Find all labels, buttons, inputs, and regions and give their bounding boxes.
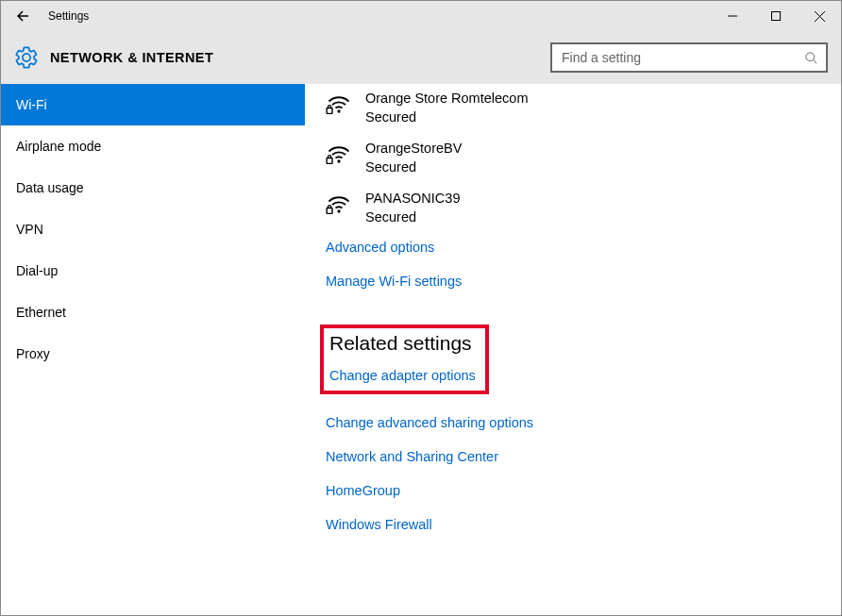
search-placeholder: Find a setting: [562, 50, 641, 65]
svg-rect-9: [327, 158, 332, 164]
wifi-network[interactable]: OrangeStoreBV Secured: [326, 140, 841, 176]
svg-rect-1: [772, 12, 781, 21]
content: Orange Store Romtelecom Secured OrangeSt…: [305, 84, 841, 615]
svg-point-6: [337, 109, 340, 112]
wifi-status: Secured: [365, 158, 462, 177]
link-network-sharing-center[interactable]: Network and Sharing Center: [326, 449, 498, 464]
close-button[interactable]: [798, 1, 841, 31]
header-left: NETWORK & INTERNET: [14, 45, 213, 70]
sidebar-item-label: Airplane mode: [16, 139, 101, 154]
link-manage-wifi-settings[interactable]: Manage Wi-Fi settings: [326, 274, 462, 289]
sidebar: Wi-Fi Airplane mode Data usage VPN Dial-…: [1, 84, 305, 615]
link-windows-firewall[interactable]: Windows Firewall: [326, 517, 432, 532]
sidebar-item-label: Wi-Fi: [16, 97, 47, 112]
related-settings-heading: Related settings: [329, 332, 476, 355]
sidebar-item-proxy[interactable]: Proxy: [1, 333, 305, 375]
maximize-button[interactable]: [754, 1, 798, 31]
maximize-icon: [771, 11, 781, 21]
svg-rect-11: [327, 208, 332, 214]
wifi-secured-icon: [326, 92, 352, 118]
svg-point-4: [806, 52, 815, 60]
link-change-adapter-options[interactable]: Change adapter options: [329, 368, 476, 383]
related-links: Change advanced sharing options Network …: [326, 415, 841, 551]
link-homegroup[interactable]: HomeGroup: [326, 483, 400, 498]
link-advanced-options[interactable]: Advanced options: [326, 240, 434, 255]
wifi-info: OrangeStoreBV Secured: [365, 140, 462, 176]
titlebar: Settings: [1, 1, 841, 31]
window-controls: [711, 1, 841, 31]
wifi-name: OrangeStoreBV: [365, 140, 462, 158]
sidebar-item-label: Proxy: [16, 346, 50, 361]
link-change-advanced-sharing[interactable]: Change advanced sharing options: [326, 415, 533, 430]
wifi-secured-icon: [326, 142, 352, 168]
search-input[interactable]: Find a setting: [550, 42, 828, 73]
sidebar-item-label: VPN: [16, 222, 43, 237]
svg-point-10: [337, 210, 340, 213]
minimize-button[interactable]: [711, 1, 754, 31]
wifi-status: Secured: [365, 108, 528, 127]
sidebar-item-label: Data usage: [16, 180, 84, 195]
window-title: Settings: [44, 9, 89, 23]
sidebar-item-dial-up[interactable]: Dial-up: [1, 250, 305, 291]
svg-point-8: [337, 159, 340, 162]
header: NETWORK & INTERNET Find a setting: [1, 31, 841, 84]
back-arrow-icon: [14, 8, 31, 25]
sidebar-item-vpn[interactable]: VPN: [1, 208, 305, 250]
gear-icon: [14, 45, 39, 70]
svg-rect-7: [327, 108, 332, 114]
wifi-network[interactable]: PANASONIC39 Secured: [326, 190, 841, 226]
wifi-info: Orange Store Romtelecom Secured: [365, 90, 528, 126]
wifi-secured-icon: [326, 191, 352, 218]
wifi-info: PANASONIC39 Secured: [365, 190, 460, 226]
sidebar-item-airplane-mode[interactable]: Airplane mode: [1, 125, 305, 167]
close-icon: [815, 11, 825, 22]
highlighted-related-settings: Related settings Change adapter options: [320, 325, 489, 394]
sidebar-item-label: Ethernet: [16, 305, 66, 320]
body: Wi-Fi Airplane mode Data usage VPN Dial-…: [1, 84, 841, 615]
wifi-status: Secured: [365, 208, 460, 227]
wifi-network[interactable]: Orange Store Romtelecom Secured: [326, 90, 841, 126]
wifi-name: Orange Store Romtelecom: [365, 90, 528, 108]
wifi-name: PANASONIC39: [365, 190, 460, 208]
sidebar-item-label: Dial-up: [16, 263, 58, 278]
search-icon: [804, 51, 818, 65]
back-button[interactable]: [1, 1, 44, 31]
settings-window: Settings NETWORK & INTERNET Find a setti…: [0, 0, 842, 616]
sidebar-item-wifi[interactable]: Wi-Fi: [1, 84, 305, 125]
sidebar-item-ethernet[interactable]: Ethernet: [1, 291, 305, 333]
sidebar-item-data-usage[interactable]: Data usage: [1, 167, 305, 208]
minimize-icon: [728, 11, 737, 21]
titlebar-left: Settings: [1, 1, 89, 31]
page-title: NETWORK & INTERNET: [50, 50, 213, 65]
svg-line-5: [813, 59, 817, 63]
